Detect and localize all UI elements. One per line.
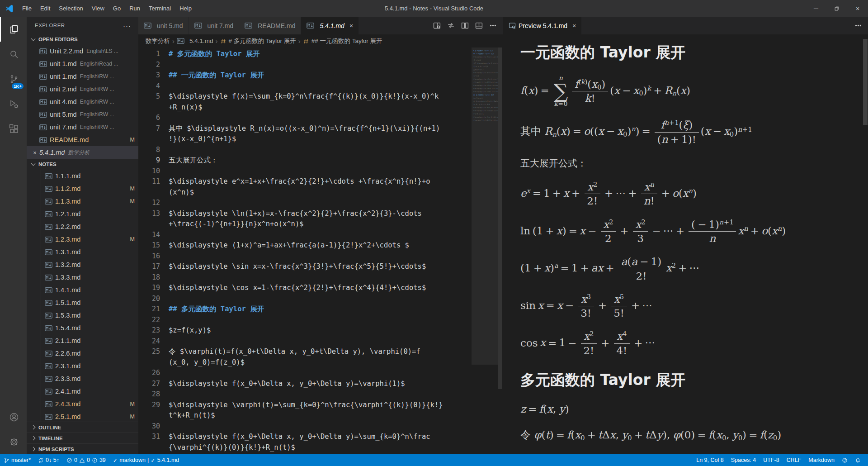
notes-file-item[interactable]: 2.3.3.md [27, 372, 138, 385]
sync-status[interactable]: 0↓ 5↑ [34, 454, 63, 466]
open-editor-item[interactable]: unit 5.mdEnglish\RW ... [27, 108, 138, 121]
outline-section-header[interactable]: OUTLINE [27, 422, 138, 433]
editor-tab[interactable]: unit 5.md [138, 17, 189, 34]
notes-file-item[interactable]: 1.1.3.mdM [27, 195, 138, 208]
code-line[interactable]: 21## 多元函数的 Taylor 展开 [138, 304, 472, 315]
notes-file-item[interactable]: 2.1.1.md [27, 334, 138, 347]
editor-scrollbar[interactable] [498, 48, 503, 454]
menu-run[interactable]: Run [125, 3, 144, 14]
close-file-icon[interactable]: × [30, 149, 39, 156]
menu-selection[interactable]: Selection [55, 3, 87, 14]
explorer-activity-icon[interactable] [0, 17, 27, 42]
code-line[interactable]: 12 [138, 198, 472, 209]
code-line[interactable]: 16 [138, 251, 472, 262]
run-debug-activity-icon[interactable] [0, 91, 27, 116]
notes-file-item[interactable]: 1.4.1.md [27, 284, 138, 296]
preview-tab[interactable]: Preview 5.4.1.md × [503, 17, 582, 34]
menu-view[interactable]: View [88, 3, 108, 14]
code-line[interactable]: 18 [138, 272, 472, 283]
accounts-icon[interactable] [0, 404, 27, 429]
breadcrumb-item[interactable]: ## 一元函数的 Taylor 展开 [303, 37, 382, 45]
open-editor-item[interactable]: unit 1.mdEnglish\Read ... [27, 57, 138, 70]
notes-section-header[interactable]: NOTES [27, 159, 138, 170]
code-line[interactable]: (x^n)$ [138, 187, 472, 198]
code-line[interactable]: 11$\displaystyle e^x=1+x+\frac{x^2}{2!}+… [138, 176, 472, 187]
explorer-more-actions-icon[interactable]: ··· [123, 22, 131, 29]
code-line[interactable]: 1# 多元函数的 Taylor 展开 [138, 49, 472, 60]
notes-file-item[interactable]: 1.2.3.mdM [27, 233, 138, 246]
notes-file-item[interactable]: 1.3.2.md [27, 258, 138, 271]
code-line[interactable]: 5$\displaystyle f(x)=\sum_{k=0}^n\frac{f… [138, 91, 472, 102]
code-line[interactable]: 10 [138, 166, 472, 177]
code-line[interactable]: 13$\displaystyle \ln(1+x)=x-\frac{x^2}{2… [138, 209, 472, 219]
problems-status[interactable]: 0 0 39 [63, 454, 109, 466]
more-actions-icon[interactable] [486, 19, 499, 32]
code-line[interactable]: 23$z=f(x,y)$ [138, 325, 472, 336]
eol-status[interactable]: CRLF [783, 454, 805, 466]
open-changes-icon[interactable] [444, 19, 457, 32]
notes-file-item[interactable]: 1.2.1.md [27, 208, 138, 220]
code-line[interactable]: t^k+R_n(t)$ [138, 410, 472, 421]
open-editor-item[interactable]: ×5.4.1.md数学分析 [27, 146, 138, 159]
tab-close-icon[interactable]: × [572, 22, 576, 29]
source-control-activity-icon[interactable]: 1K+ [0, 67, 27, 91]
menu-edit[interactable]: Edit [36, 3, 54, 14]
code-line[interactable]: 31$\displaystyle f(x_0+\Delta x, y_0+\De… [138, 432, 472, 442]
open-editor-item[interactable]: unit 2.mdEnglish\RW ... [27, 83, 138, 95]
language-mode-status[interactable]: Markdown [805, 454, 838, 466]
editor-scrollbar-thumb[interactable] [498, 48, 502, 389]
code-line[interactable]: 14 [138, 230, 472, 241]
code-line[interactable]: 22 [138, 315, 472, 326]
minimap[interactable]: # 多元函数的 Taylor 展开## 一元函数的 Taylor 展开$\dis… [472, 48, 498, 454]
open-editor-item[interactable]: unit 7.mdEnglish\RW ... [27, 121, 138, 133]
indentation-status[interactable]: Spaces: 4 [727, 454, 760, 466]
notes-file-item[interactable]: 1.3.1.md [27, 246, 138, 258]
split-editor-icon[interactable] [458, 19, 471, 32]
encoding-status[interactable]: UTF-8 [760, 454, 783, 466]
code-line[interactable]: 29$\displaystyle \varphi(t)=\sum_{k=0}^n… [138, 400, 472, 411]
code-line[interactable]: (x_0, y_0)=f(z_0)$ [138, 357, 472, 368]
code-line[interactable]: 8 [138, 145, 472, 156]
preview-more-actions-icon[interactable] [852, 19, 864, 32]
code-line[interactable]: 20 [138, 294, 472, 304]
notes-file-item[interactable]: 2.4.3.mdM [27, 398, 138, 410]
code-line[interactable]: 7其中 $\displaystyle R_n(x)=o((x-x_0)^n)=\… [138, 124, 472, 134]
toggle-layout-icon[interactable] [472, 19, 485, 32]
notes-file-item[interactable]: 2.5.1.mdM [27, 410, 138, 422]
breadcrumb-item[interactable]: # 多元函数的 Taylor 展开 [220, 37, 296, 45]
code-line[interactable]: 25令 $\varphi(t)=f(x_0+t\Delta x, y_0+t\D… [138, 347, 472, 357]
code-line[interactable]: 28 [138, 389, 472, 400]
editor-tab[interactable]: 5.4.1.md× [301, 17, 359, 34]
open-editors-header[interactable]: OPEN EDITORS [27, 34, 138, 45]
notes-file-item[interactable]: 1.1.1.md [27, 170, 138, 182]
notes-file-item[interactable]: 1.5.1.md [27, 296, 138, 309]
notes-file-item[interactable]: 1.1.2.mdM [27, 182, 138, 195]
restore-button[interactable] [826, 0, 847, 17]
code-line[interactable]: 19$\displaystyle \cos x=1-\frac{x^2}{2!}… [138, 283, 472, 294]
menu-terminal[interactable]: Terminal [145, 3, 175, 14]
feedback-smiley-icon[interactable] [838, 454, 851, 466]
code-line[interactable]: 15$\displaystyle (1+x)^a=1+ax+\frac{a(a-… [138, 240, 472, 251]
npm-scripts-section-header[interactable]: NPM SCRIPTS [27, 443, 138, 454]
code-line[interactable]: +\frac{(-1)^{n+1}}{n}x^n+o(x^n)$ [138, 219, 472, 230]
search-activity-icon[interactable] [0, 42, 27, 67]
open-editor-item[interactable]: README.mdM [27, 133, 138, 146]
close-button[interactable]: × [847, 0, 868, 17]
code-line[interactable]: 4 [138, 81, 472, 92]
notes-file-item[interactable]: 2.4.1.md [27, 385, 138, 398]
code-line[interactable]: +R_n(x)$ [138, 102, 472, 113]
code-line[interactable]: 6 [138, 113, 472, 124]
editor-tab[interactable]: README.md [239, 17, 301, 34]
notes-file-item[interactable]: 1.2.2.md [27, 220, 138, 233]
minimap-slider[interactable] [472, 48, 498, 365]
code-line[interactable]: !}(x-x_0)^{n+1}$ [138, 134, 472, 145]
code-line[interactable]: 30 [138, 421, 472, 432]
settings-gear-icon[interactable] [0, 429, 27, 454]
preview-scrollbar[interactable] [862, 34, 868, 454]
git-branch-status[interactable]: master* [0, 454, 34, 466]
notes-file-item[interactable]: 1.3.3.md [27, 271, 138, 284]
notifications-bell-icon[interactable] [851, 454, 864, 466]
tab-close-icon[interactable]: × [349, 22, 353, 29]
breadcrumb-item[interactable]: 5.4.1.md [177, 38, 213, 44]
code-line[interactable]: 17$\displaystyle \sin x=x-\frac{x^3}{3!}… [138, 262, 472, 272]
